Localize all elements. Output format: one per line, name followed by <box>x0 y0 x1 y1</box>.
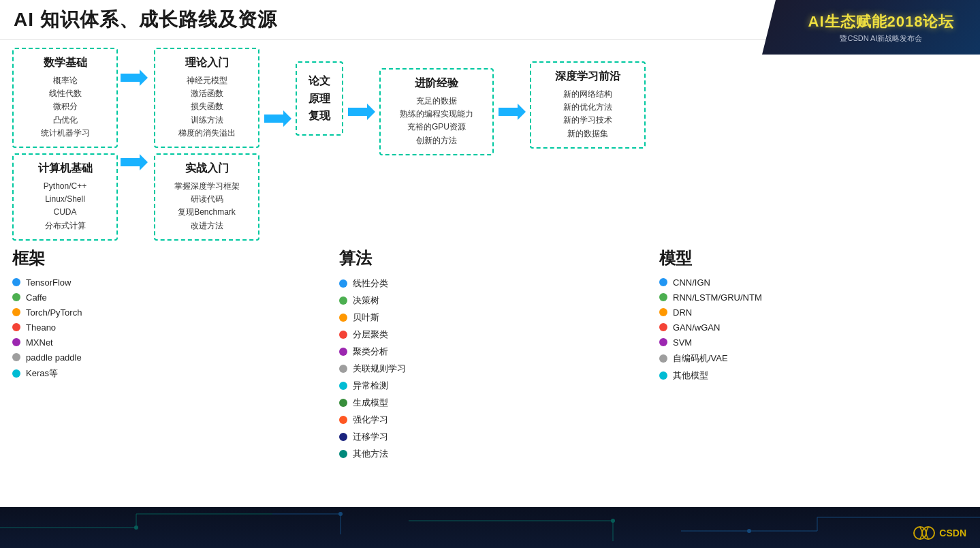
item-label: CNN/IGN <box>673 277 710 288</box>
list-item: TensorFlow <box>12 277 162 288</box>
box-lunwen-title: 论文原理复现 <box>309 72 330 125</box>
item-label: 贝叶斯 <box>353 311 379 324</box>
list-item: 自编码机/VAE <box>659 352 836 365</box>
main-content: 数学基础 概率论 线性代数 微积分 凸优化 统计机器学习 计算机基础 Pytho… <box>0 40 980 507</box>
box-shizhan-title: 实战入门 <box>165 162 249 176</box>
item-label: Torch/PyTorch <box>26 307 82 318</box>
list-item: DRN <box>659 307 836 318</box>
logo-main-text: AI生态赋能2018论坛 <box>808 12 955 32</box>
item-label: GAN/wGAN <box>673 322 720 333</box>
dot-icon <box>339 433 347 441</box>
box-lunwen: 论文原理复现 <box>296 61 343 136</box>
dot-icon <box>659 371 667 380</box>
svg-point-15 <box>922 527 934 539</box>
list-item: 其他方法 <box>339 448 489 460</box>
list-item: 聚类分析 <box>339 346 489 358</box>
moxing-label: 模型 <box>659 247 836 269</box>
box-jisuanji-item-3: 分布式计算 <box>23 219 107 232</box>
arrow-2-svg <box>264 109 291 128</box>
item-label: DRN <box>673 307 692 318</box>
box-jinjie-item-2: 充裕的GPU资源 <box>390 121 483 134</box>
arrow-4-svg <box>499 102 526 121</box>
dot-icon <box>659 308 667 316</box>
box-lilun-item-4: 梯度的消失溢出 <box>165 127 249 140</box>
bottom-bar <box>0 507 980 548</box>
arrow-4 <box>496 102 527 121</box>
dot-icon <box>12 278 20 286</box>
item-label: MXNet <box>26 337 53 348</box>
dot-icon <box>12 323 20 331</box>
suanfa-col: 算法 线性分类决策树贝叶斯分层聚类聚类分析关联规则学习异常检测生成模型强化学习迁… <box>339 247 489 465</box>
box-jinjie: 进阶经验 充足的数据 熟练的编程实现能力 充裕的GPU资源 创新的方法 <box>379 68 494 155</box>
item-label: 关联规则学习 <box>353 363 406 375</box>
dot-icon <box>659 354 667 363</box>
kuangjia-label: 框架 <box>12 247 162 269</box>
box-shuxue-item-1: 线性代数 <box>23 87 107 100</box>
list-item: 决策树 <box>339 294 489 307</box>
dot-icon <box>12 353 20 361</box>
box-jisuanji: 计算机基础 Python/C++ Linux/Shell CUDA 分布式计算 <box>12 153 118 241</box>
item-label: 其他方法 <box>353 448 388 460</box>
box-col-1: 数学基础 概率论 线性代数 微积分 凸优化 统计机器学习 计算机基础 Pytho… <box>12 48 118 241</box>
dot-icon <box>339 279 347 288</box>
box-jisuanji-item-1: Linux/Shell <box>23 193 107 206</box>
csdn-icon <box>913 525 935 541</box>
box-shuxue-title: 数学基础 <box>23 56 107 70</box>
box-lilun: 理论入门 神经元模型 激活函数 损失函数 训练方法 梯度的消失溢出 <box>154 48 259 148</box>
box-lilun-item-0: 神经元模型 <box>165 74 249 87</box>
item-label: paddle paddle <box>26 352 82 363</box>
list-item: 生成模型 <box>339 397 489 409</box>
kuangjia-items: TensorFlowCaffeTorch/PyTorchTheanoMXNetp… <box>12 277 162 380</box>
item-label: 决策树 <box>353 294 379 307</box>
box-lunwen-container: 论文原理复现 <box>296 61 343 136</box>
dot-icon <box>659 323 667 331</box>
svg-marker-17 <box>121 154 148 170</box>
box-lilun-item-1: 激活函数 <box>165 87 249 100</box>
item-label: 迁移学习 <box>353 431 388 443</box>
item-label: 生成模型 <box>353 397 388 409</box>
list-item: GAN/wGAN <box>659 322 836 333</box>
list-item: Keras等 <box>12 367 162 380</box>
dot-icon <box>339 382 347 390</box>
box-shuxue: 数学基础 概率论 线性代数 微积分 凸优化 统计机器学习 <box>12 48 118 148</box>
box-shendu-item-2: 新的学习技术 <box>541 114 635 127</box>
arrow-3-svg <box>348 102 375 121</box>
suanfa-label: 算法 <box>339 247 489 269</box>
item-label: 异常检测 <box>353 380 388 392</box>
svg-marker-19 <box>348 104 375 120</box>
item-label: 聚类分析 <box>353 346 388 358</box>
box-lilun-item-3: 训练方法 <box>165 114 249 127</box>
box-shendu-container: 深度学习前沿 新的网络结构 新的优化方法 新的学习技术 新的数据集 <box>530 61 646 149</box>
list-item: 贝叶斯 <box>339 311 489 324</box>
box-shizhan-item-0: 掌握深度学习框架 <box>165 180 249 193</box>
item-label: SVM <box>673 337 692 348</box>
item-label: 线性分类 <box>353 277 388 290</box>
moxing-items: CNN/IGNRNN/LSTM/GRU/NTMDRNGAN/wGANSVM自编码… <box>659 277 836 382</box>
svg-marker-16 <box>121 70 148 86</box>
box-shizhan-item-2: 复现Benchmark <box>165 206 249 219</box>
box-jisuanji-item-0: Python/C++ <box>23 180 107 193</box>
dot-icon <box>339 331 347 339</box>
bottom-row: 框架 TensorFlowCaffeTorch/PyTorchTheanoMXN… <box>12 247 968 465</box>
box-shendu-item-0: 新的网络结构 <box>541 88 635 101</box>
dot-icon <box>339 314 347 322</box>
list-item: RNN/LSTM/GRU/NTM <box>659 292 836 303</box>
csdn-logo-area: CSDN <box>913 525 966 541</box>
page-title: AI 知识体系、成长路线及资源 <box>14 7 277 33</box>
list-item: CNN/IGN <box>659 277 836 288</box>
dot-icon <box>12 338 20 346</box>
dot-icon <box>339 450 347 458</box>
box-jinjie-item-3: 创新的方法 <box>390 134 483 147</box>
arrow-1-top <box>121 68 148 87</box>
item-label: Theano <box>26 322 56 333</box>
dot-icon <box>339 296 347 305</box>
list-item: Theano <box>12 322 162 333</box>
svg-point-3 <box>134 526 138 530</box>
item-label: 其他模型 <box>673 369 708 382</box>
list-item: paddle paddle <box>12 352 162 363</box>
dot-icon <box>339 416 347 424</box>
box-col-2: 理论入门 神经元模型 激活函数 损失函数 训练方法 梯度的消失溢出 实战入门 掌… <box>154 48 259 241</box>
item-label: 强化学习 <box>353 414 388 426</box>
box-jisuanji-title: 计算机基础 <box>23 162 107 176</box>
svg-marker-18 <box>264 110 291 127</box>
